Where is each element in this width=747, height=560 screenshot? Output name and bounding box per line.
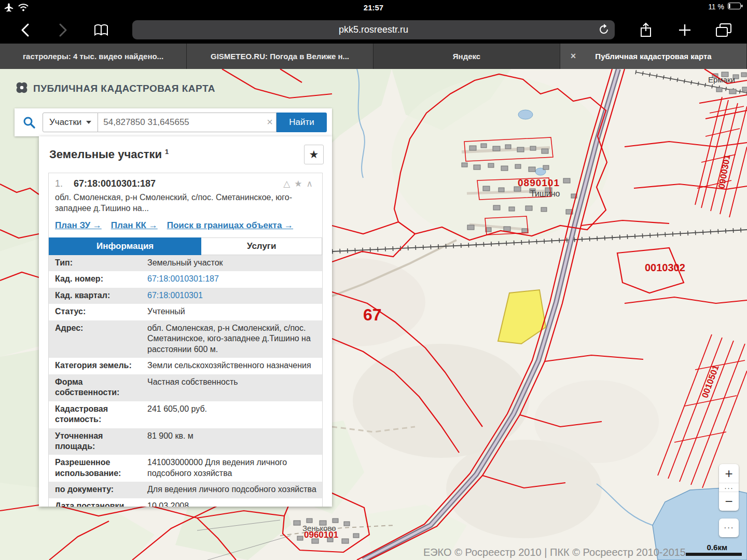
table-row: Категория земель:Земли сельскохозяйствен… (49, 358, 322, 374)
parcel-tabs: Информация Услуги (49, 237, 322, 255)
map-attribution: ЕЭКО © Росреестр 2010 | ПКК © Росреестр … (423, 547, 686, 558)
map-label-quarter-0010302: 0010302 (645, 262, 685, 274)
table-row: Разрешенное использование:141003000000 Д… (49, 455, 322, 482)
clock: 21:57 (0, 3, 747, 12)
table-row: Статус:Учтенный (49, 304, 322, 320)
address-text: pkk5.rosreestr.ru (339, 24, 408, 35)
row-label: Статус: (49, 304, 141, 320)
row-value-link[interactable]: 67:18:0010301 (141, 288, 322, 304)
map-more-button[interactable]: ··· (719, 519, 739, 537)
zoom-options-button[interactable]: ··· (719, 483, 739, 492)
rosreestr-logo-icon (16, 81, 28, 96)
tab-label: Яндекс (453, 52, 480, 61)
row-value: 241 605,00 руб. (141, 401, 322, 428)
parcel-card-header[interactable]: 1. 67:18:0010301:187 △★∧ (49, 173, 322, 190)
row-label: Кад. номер: (49, 271, 141, 287)
table-row: Кад. номер:67:18:0010301:187 (49, 271, 322, 287)
search-category-dropdown[interactable]: Участки (43, 113, 98, 132)
forward-button[interactable] (54, 22, 72, 38)
zoom-in-button[interactable]: + (719, 464, 739, 483)
favorite-icon[interactable]: ★ (294, 179, 306, 189)
row-label: Категория земель: (49, 358, 141, 374)
search-submit-button[interactable]: Найти (276, 113, 327, 132)
zoom-out-button[interactable]: − (719, 492, 739, 511)
share-icon[interactable] (637, 22, 655, 38)
tab-services[interactable]: Услуги (201, 237, 322, 255)
search-category-value: Участки (49, 117, 81, 128)
row-label: Адрес: (49, 320, 141, 358)
row-value: Учтенный (141, 304, 322, 320)
parcel-info-table: Тип:Земельный участок Кад. номер:67:18:0… (49, 255, 322, 507)
reload-icon[interactable] (598, 24, 610, 38)
results-count: 1 (165, 148, 169, 156)
close-tab-icon[interactable]: × (568, 50, 579, 62)
search-panel: Участки × Найти (15, 108, 332, 136)
search-icon[interactable] (21, 114, 37, 131)
row-label: Дата постановки на (49, 498, 141, 507)
row-value: 141003000000 Для ведения личного подсобн… (141, 455, 322, 482)
parcel-header-icons: △★∧ (283, 178, 317, 189)
row-value: 10.03.2008 (141, 498, 322, 507)
row-label: по документу: (49, 482, 141, 498)
table-row: Адрес:обл. Смоленская, р-н Смоленский, с… (49, 320, 322, 358)
browser-tab-pkk[interactable]: × Публичная кадастровая карта (560, 44, 747, 69)
row-value: обл. Смоленская, р-н Смоленский, с/пос. … (141, 320, 322, 358)
plan-kk-link[interactable]: План КК → (111, 220, 158, 230)
browser-toolbar: pkk5.rosreestr.ru (0, 16, 747, 44)
address-bar[interactable]: pkk5.rosreestr.ru (132, 20, 615, 39)
results-panel: Земельные участки 1 ★ 1. 67:18:0010301:1… (39, 136, 332, 507)
page-title: ПУБЛИЧНАЯ КАДАСТРОВАЯ КАРТА (33, 83, 215, 94)
browser-tab-gismeteo[interactable]: GISMETEO.RU: Погода в Велиже н... (187, 44, 374, 69)
parcel-links: План ЗУ →План КК →Поиск в границах объек… (49, 216, 322, 237)
browser-tab-yandex[interactable]: Яндекс (374, 44, 560, 69)
tab-label: GISMETEO.RU: Погода в Велиже н... (211, 52, 349, 61)
map-label-district-67: 67 (363, 305, 382, 325)
row-label: Разрешенное использование: (49, 455, 141, 482)
tab-information[interactable]: Информация (49, 237, 201, 255)
map-page: 0890101 Тишино 0010302 67 0900301 001050… (0, 69, 747, 560)
bookmarks-icon[interactable] (92, 22, 110, 38)
results-title-text: Земельные участки (49, 148, 162, 161)
chevron-down-icon (86, 121, 91, 124)
battery-icon (728, 3, 743, 11)
status-bar: 21:57 11 % (0, 0, 747, 16)
table-row: по документу:Для ведения личного подсобн… (49, 482, 322, 498)
tab-label: гастролеры: 4 тыс. видео найдено... (23, 52, 163, 61)
table-row: Тип:Земельный участок (49, 255, 322, 271)
map-label-ermaki: Ермаки (708, 75, 735, 84)
row-value-link[interactable]: 67:18:0010301:187 (141, 271, 322, 287)
browser-tab-bar: гастролеры: 4 тыс. видео найдено... GISM… (0, 44, 747, 69)
new-tab-icon[interactable] (676, 22, 694, 38)
plan-zu-link[interactable]: План ЗУ → (55, 220, 102, 230)
pkk-logo: ПУБЛИЧНАЯ КАДАСТРОВАЯ КАРТА (16, 81, 215, 96)
star-icon: ★ (309, 148, 319, 161)
browser-tab-gastrolery[interactable]: гастролеры: 4 тыс. видео найдено... (0, 44, 187, 69)
row-label: Тип: (49, 255, 141, 271)
parcel-address-short: обл. Смоленская, р-н Смоленский, с/пос. … (49, 190, 322, 216)
parcel-index: 1. (55, 178, 74, 189)
results-title: Земельные участки 1 (49, 148, 169, 161)
map-label-quarter-0960101: 0960101 (304, 530, 338, 540)
parcel-card: 1. 67:18:0010301:187 △★∧ обл. Смоленская… (48, 173, 323, 507)
table-row: Уточненная площадь:81 900 кв. м (49, 428, 322, 455)
map-label-quarter-0890101: 0890101 (518, 177, 560, 189)
search-in-bounds-link[interactable]: Поиск в границах объекта → (167, 220, 293, 230)
table-row: Кадастровая стоимость:241 605,00 руб. (49, 401, 322, 428)
tab-overview-icon[interactable] (715, 22, 732, 38)
back-button[interactable] (17, 22, 34, 38)
collapse-icon[interactable]: ∧ (307, 179, 317, 189)
table-row: Форма собственности:Частная собственност… (49, 374, 322, 401)
map-scale-label: 0.6км (686, 543, 742, 552)
screen: 21:57 11 % pkk5.rosreestr.ru (0, 0, 747, 560)
row-value: Частная собственность (141, 374, 322, 401)
warning-icon[interactable]: △ (283, 179, 294, 189)
table-row: Кад. квартал:67:18:0010301 (49, 288, 322, 304)
row-label: Форма собственности: (49, 374, 141, 401)
tab-label: Публичная кадастровая карта (595, 52, 711, 61)
row-value: Для ведения личного подсобного хозяйства (141, 482, 322, 498)
row-value: 81 900 кв. м (141, 428, 322, 455)
search-input[interactable] (98, 113, 276, 132)
favorites-button[interactable]: ★ (304, 145, 324, 164)
row-value: Земельный участок (141, 255, 322, 271)
clear-search-icon[interactable]: × (267, 116, 273, 128)
